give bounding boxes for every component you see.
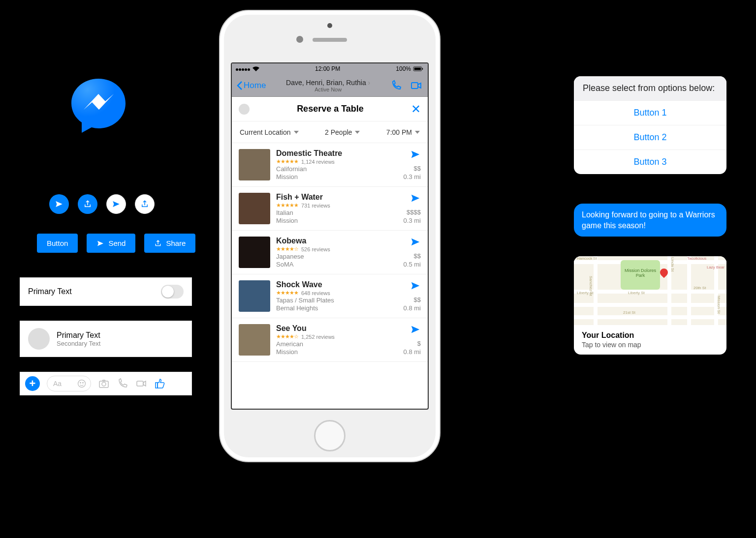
svg-point-1	[80, 383, 81, 384]
like-icon[interactable]	[154, 378, 166, 389]
result-neighborhood: Mission	[276, 217, 398, 224]
review-count: 731 reviews	[301, 203, 330, 209]
home-button[interactable]	[314, 420, 346, 451]
result-name: Kobewa	[276, 237, 398, 245]
phone-icon[interactable]	[117, 378, 128, 389]
message-input[interactable]: Aa	[47, 376, 91, 391]
cell-primary-text: Primary Text	[57, 331, 100, 340]
svg-point-0	[78, 380, 86, 388]
filter-people[interactable]: 2 People	[325, 128, 360, 136]
result-distance: 0.8 mi	[404, 304, 421, 312]
sheet-title: Reserve a Table	[250, 104, 411, 114]
result-neighborhood: Mission	[276, 348, 398, 356]
svg-rect-5	[137, 381, 143, 386]
button-generic[interactable]: Button	[37, 234, 78, 253]
result-price: $$$$	[407, 209, 421, 216]
close-button[interactable]: ✕	[411, 102, 421, 116]
filter-location[interactable]: Current Location	[240, 128, 299, 136]
location-card[interactable]: Mission Dolores Park Hancock St Liberty …	[574, 256, 726, 355]
location-title: Your Location	[582, 331, 719, 340]
options-card: Please select from options below: Button…	[574, 76, 726, 174]
map-preview: Mission Dolores Park Hancock St Liberty …	[574, 256, 726, 325]
cell-primary-text: Primary Text	[28, 287, 72, 296]
result-cuisine: Japanese	[276, 253, 398, 260]
result-name: Domestic Theatre	[276, 149, 398, 158]
result-price: $	[417, 340, 421, 347]
conversation-title[interactable]: Dave, Henri, Brian, Ruthia › Active Now	[266, 79, 390, 92]
option-button-3[interactable]: Button 3	[574, 149, 726, 174]
options-header: Please select from options below:	[574, 76, 726, 100]
send-result-button[interactable]	[410, 193, 421, 204]
result-row[interactable]: Domestic Theatre ★★★★★1,124 reviews Cali…	[232, 143, 428, 187]
send-result-button[interactable]	[410, 280, 421, 291]
avatar-cell[interactable]: Primary Text Secondary Text	[20, 321, 192, 357]
svg-point-4	[102, 382, 106, 386]
svg-point-2	[83, 383, 84, 384]
share-button[interactable]: Share	[144, 234, 195, 253]
message-composer: + Aa	[20, 372, 192, 395]
review-count: 1,252 reviews	[301, 334, 335, 340]
result-row[interactable]: Kobewa ★★★★☆526 reviews Japanese SoMA $$…	[232, 231, 428, 274]
filter-time[interactable]: 7:00 PM	[386, 128, 420, 136]
result-thumb	[239, 280, 270, 312]
result-row[interactable]: Fish + Water ★★★★★731 reviews Italian Mi…	[232, 187, 428, 231]
result-thumb	[239, 237, 270, 268]
emoji-icon[interactable]	[77, 379, 87, 389]
camera-icon[interactable]	[98, 378, 110, 389]
result-thumb	[239, 324, 270, 356]
send-icon-button-outline[interactable]	[106, 194, 126, 214]
add-button[interactable]: +	[25, 376, 40, 391]
result-row[interactable]: Shock Wave ★★★★★648 reviews Tapas / Smal…	[232, 274, 428, 318]
video-icon[interactable]	[135, 378, 147, 389]
result-neighborhood: Bernal Heights	[276, 304, 398, 312]
rating-stars-icon: ★★★★☆	[276, 246, 298, 252]
rating-stars-icon: ★★★★☆	[276, 333, 298, 340]
share-icon-button-outline[interactable]	[135, 194, 155, 214]
send-result-button[interactable]	[410, 237, 421, 247]
send-button[interactable]: Send	[87, 234, 135, 253]
result-name: Shock Wave	[276, 280, 398, 289]
review-count: 526 reviews	[301, 246, 330, 252]
result-price: $$	[414, 252, 421, 260]
review-count: 1,124 reviews	[301, 159, 335, 165]
status-time: 12:00 PM	[315, 65, 340, 72]
result-name: See You	[276, 324, 398, 333]
status-battery: 100%	[396, 65, 411, 72]
result-distance: 0.8 mi	[404, 348, 421, 356]
rating-stars-icon: ★★★★★	[276, 202, 298, 209]
option-button-2[interactable]: Button 2	[574, 125, 726, 149]
result-neighborhood: Mission	[276, 173, 398, 180]
result-thumb	[239, 149, 270, 180]
share-icon-button-filled[interactable]	[78, 194, 97, 214]
result-distance: 0.5 mi	[404, 261, 421, 268]
send-result-button[interactable]	[410, 324, 421, 335]
avatar-icon	[28, 328, 50, 350]
send-icon-button-filled[interactable]	[49, 194, 69, 214]
result-price: $$	[414, 296, 421, 303]
result-cuisine: Italian	[276, 209, 398, 216]
video-call-icon[interactable]	[410, 80, 423, 91]
send-result-button[interactable]	[410, 149, 421, 160]
result-cuisine: Californian	[276, 165, 398, 173]
svg-rect-9	[422, 68, 423, 69]
result-row[interactable]: See You ★★★★☆1,252 reviews American Miss…	[232, 318, 428, 362]
rating-stars-icon: ★★★★★	[276, 290, 298, 296]
sheet-avatar-icon	[239, 104, 250, 115]
phone-device: 12:00 PM 100% Home Dave, Henri, Brian, R…	[219, 10, 441, 462]
rating-stars-icon: ★★★★★	[276, 158, 298, 165]
toggle-switch[interactable]	[161, 285, 184, 299]
toggle-cell[interactable]: Primary Text	[20, 277, 192, 306]
back-button[interactable]: Home	[237, 81, 266, 90]
status-bar: 12:00 PM 100%	[232, 63, 428, 74]
svg-rect-10	[411, 83, 418, 89]
location-subtitle: Tap to view on map	[582, 341, 719, 349]
chat-bubble: Looking forward to going to a Warriors g…	[574, 204, 726, 237]
call-icon[interactable]	[390, 80, 402, 91]
result-distance: 0.3 mi	[404, 217, 421, 224]
result-thumb	[239, 193, 270, 224]
option-button-1[interactable]: Button 1	[574, 100, 726, 125]
result-name: Fish + Water	[276, 193, 398, 202]
svg-rect-8	[414, 68, 421, 70]
messenger-logo-icon	[69, 76, 128, 135]
review-count: 648 reviews	[301, 290, 330, 296]
